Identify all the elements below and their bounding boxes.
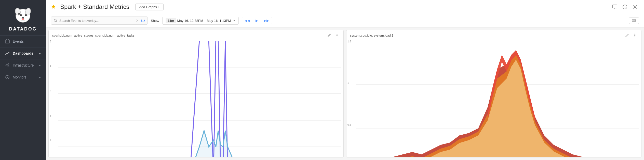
y2-label-1: 1 bbox=[347, 82, 349, 84]
graph-panel-1: spark.job.num_active_stages, spark.job.n… bbox=[48, 30, 344, 157]
svg-text:i: i bbox=[625, 6, 625, 9]
info-icon: i bbox=[622, 4, 627, 9]
logo-area: D DATADOG bbox=[0, 0, 46, 36]
nav-play-button[interactable]: ▶ bbox=[253, 17, 261, 24]
svg-line-19 bbox=[7, 65, 8, 65]
dashboards-icon bbox=[5, 51, 10, 56]
graph-title-1: spark.job.num_active_stages, spark.job.n… bbox=[52, 34, 325, 37]
sidebar: D DATADOG Events Dashboards ▶ Infrastruc… bbox=[0, 0, 46, 160]
page-title: Spark + Standard Metrics bbox=[60, 3, 129, 10]
datadog-logo: D bbox=[13, 5, 33, 25]
pencil-icon-2 bbox=[625, 33, 629, 37]
y-label-1: 1 bbox=[50, 139, 51, 142]
settings-icon-button[interactable] bbox=[631, 3, 639, 11]
monitors-label: Monitors bbox=[13, 75, 26, 79]
svg-point-6 bbox=[21, 15, 22, 15]
y-label-3: 3 bbox=[50, 90, 51, 93]
graph-settings-button-1[interactable] bbox=[334, 33, 340, 38]
sidebar-item-events[interactable]: Events bbox=[0, 36, 46, 47]
graph-svg-1 bbox=[58, 41, 341, 157]
sidebar-item-dashboards[interactable]: Dashboards ▶ bbox=[0, 47, 46, 59]
graph-edit-button-1[interactable] bbox=[327, 33, 332, 38]
search-box: ✕ ⏻ bbox=[51, 17, 148, 25]
events-icon bbox=[5, 39, 10, 44]
gear-icon bbox=[633, 4, 638, 9]
svg-point-22 bbox=[7, 77, 8, 78]
monitors-chevron: ▶ bbox=[39, 76, 41, 79]
svg-rect-12 bbox=[5, 40, 9, 43]
graph-settings-button-2[interactable] bbox=[632, 33, 638, 38]
favorite-star[interactable]: ★ bbox=[51, 4, 56, 10]
graph-title-2: system.cpu.idle, system.load.1 bbox=[350, 34, 622, 37]
controls-bar: ✕ ⏻ Show 34m May 16, 12:38PM – May 16, 1… bbox=[46, 14, 644, 27]
monitor-icon-button[interactable] bbox=[611, 3, 619, 11]
time-dropdown-arrow: ▼ bbox=[233, 19, 236, 22]
svg-point-40 bbox=[634, 35, 635, 36]
svg-point-18 bbox=[8, 66, 9, 67]
gear-icon-1 bbox=[335, 33, 339, 37]
time-duration: 34m bbox=[166, 18, 176, 23]
show-label: Show bbox=[151, 19, 159, 23]
y-label-2: 2 bbox=[50, 115, 51, 118]
search-power-icon[interactable]: ⏻ bbox=[141, 18, 145, 23]
gear-icon-2 bbox=[633, 33, 637, 37]
dashboards-chevron: ▶ bbox=[39, 52, 41, 55]
search-icon bbox=[54, 19, 57, 22]
add-graphs-button[interactable]: Add Graphs + bbox=[135, 4, 164, 10]
sidebar-item-monitors[interactable]: Monitors ▶ bbox=[0, 71, 46, 83]
y-label-5: 5 bbox=[50, 40, 51, 43]
info-icon-button[interactable]: i bbox=[621, 3, 629, 11]
time-range-selector[interactable]: 34m May 16, 12:38PM – May 16, 1:13PM ▼ bbox=[162, 17, 239, 25]
graph-panel-2: system.cpu.idle, system.load.1 1.5 1 bbox=[346, 30, 641, 157]
dashboards-label: Dashboards bbox=[13, 51, 33, 55]
graph-edit-button-2[interactable] bbox=[624, 33, 630, 38]
brand-name: DATADOG bbox=[9, 26, 37, 32]
time-nav-arrows: ◀◀ ▶ ▶▶ bbox=[242, 17, 272, 24]
svg-rect-24 bbox=[612, 5, 617, 8]
svg-line-31 bbox=[56, 21, 57, 22]
keyboard-shortcut-button[interactable]: ⌨ bbox=[629, 17, 639, 24]
graph-header-1: spark.job.num_active_stages, spark.job.n… bbox=[49, 30, 343, 40]
sidebar-item-infrastructure[interactable]: Infrastructure ▶ bbox=[0, 59, 46, 71]
svg-point-32 bbox=[337, 35, 338, 36]
y2-label-15: 1.5 bbox=[347, 40, 351, 43]
infrastructure-chevron: ▶ bbox=[39, 64, 41, 67]
svg-text:D: D bbox=[19, 14, 20, 15]
nav-back-back-button[interactable]: ◀◀ bbox=[242, 17, 253, 24]
infrastructure-label: Infrastructure bbox=[13, 63, 34, 67]
graph-header-2: system.cpu.idle, system.load.1 bbox=[346, 30, 641, 40]
monitors-icon bbox=[5, 75, 10, 79]
graph-body-2: 1.5 1 0.5 0 bbox=[346, 40, 641, 157]
events-label: Events bbox=[13, 39, 24, 43]
search-input[interactable] bbox=[59, 19, 134, 23]
y2-label-05: 0.5 bbox=[347, 123, 351, 126]
search-clear-icon[interactable]: ✕ bbox=[136, 19, 139, 23]
svg-point-29 bbox=[634, 6, 636, 8]
nav-forward-forward-button[interactable]: ▶▶ bbox=[261, 17, 272, 24]
svg-line-20 bbox=[7, 66, 8, 66]
svg-point-30 bbox=[54, 19, 57, 22]
pencil-icon-1 bbox=[328, 33, 331, 37]
infrastructure-icon bbox=[5, 63, 10, 68]
time-range-text: May 16, 12:38PM – May 16, 1:13PM bbox=[177, 19, 231, 23]
svg-point-7 bbox=[26, 15, 27, 15]
topbar: ★ Spark + Standard Metrics Add Graphs + … bbox=[46, 0, 644, 14]
topbar-icons: i bbox=[611, 3, 639, 11]
graphs-area: spark.job.num_active_stages, spark.job.n… bbox=[46, 27, 644, 160]
monitor-icon bbox=[612, 4, 617, 9]
graph-svg-2 bbox=[356, 41, 639, 157]
svg-point-16 bbox=[6, 65, 7, 66]
y-label-4: 4 bbox=[50, 65, 51, 68]
main-content: ★ Spark + Standard Metrics Add Graphs + … bbox=[46, 0, 644, 160]
svg-marker-39 bbox=[58, 131, 341, 157]
svg-point-17 bbox=[8, 64, 9, 65]
graph-body-1: 5 4 3 2 1 0 bbox=[49, 40, 343, 157]
